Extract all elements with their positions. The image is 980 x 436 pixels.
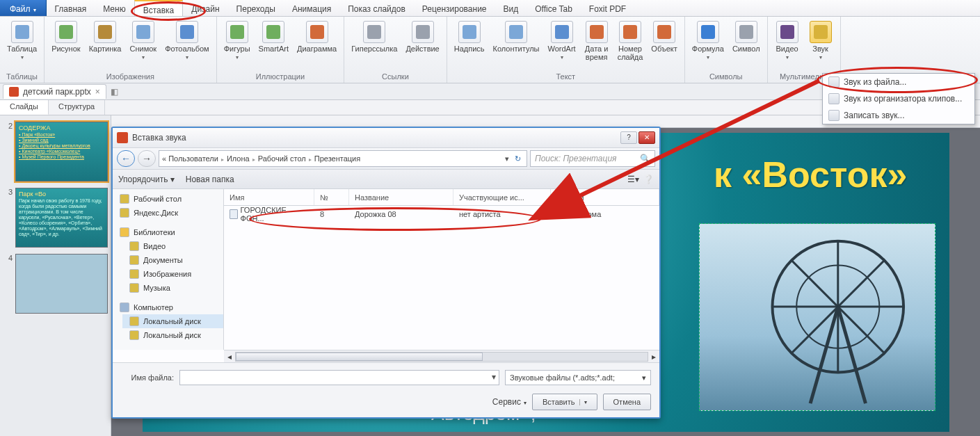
ribbon-photoalbum[interactable]: Фотоальбом▾ bbox=[162, 19, 212, 60]
tab-structure[interactable]: Структура bbox=[49, 100, 105, 115]
menu-tab-вставка[interactable]: Вставка bbox=[134, 0, 184, 16]
ribbon-wordart[interactable]: WordArt▾ bbox=[545, 19, 579, 60]
insert-button[interactable]: Вставить▾ bbox=[532, 394, 597, 410]
sidebar-item-label: Локальный диск bbox=[143, 317, 201, 325]
help-button[interactable]: ? bbox=[620, 131, 637, 144]
col-name[interactable]: Имя bbox=[224, 189, 314, 205]
col-title[interactable]: Название bbox=[349, 189, 453, 205]
menu-item-label: Записать звук... bbox=[844, 111, 904, 120]
ribbon-picture[interactable]: Рисунок bbox=[49, 19, 83, 53]
datetime-icon bbox=[586, 21, 608, 43]
column-headers[interactable]: Имя № Название Участвующие ис... Альбом bbox=[224, 189, 659, 206]
ribbon-textbox[interactable]: Надпись bbox=[451, 19, 488, 53]
chevron-down-icon: ▾ bbox=[561, 54, 563, 60]
computer-icon bbox=[120, 302, 129, 312]
ribbon-table[interactable]: Таблица▾ bbox=[4, 19, 40, 60]
sidebar-item-label: Компьютер bbox=[134, 303, 173, 312]
ribbon-headerfooter[interactable]: Колонтитулы bbox=[490, 19, 543, 53]
sidebar-music[interactable]: Музыка bbox=[122, 281, 223, 295]
ribbon-label: SmartArt bbox=[259, 45, 289, 53]
breadcrumb-segment[interactable]: Рабочий стол bbox=[258, 154, 314, 163]
search-input[interactable]: Поиск: Презентация 🔍 bbox=[530, 150, 655, 167]
menu-tab-показ слайдов[interactable]: Показ слайдов bbox=[339, 0, 414, 16]
menu-tab-меню[interactable]: Меню bbox=[95, 0, 134, 16]
sidebar-localdisk-c[interactable]: Локальный диск bbox=[122, 314, 223, 328]
close-button[interactable]: ✕ bbox=[638, 131, 655, 144]
ribbon-video[interactable]: Видео▾ bbox=[772, 19, 803, 60]
sidebar-videos[interactable]: Видео bbox=[122, 239, 223, 253]
menu-tab-вид[interactable]: Вид bbox=[495, 0, 527, 16]
menu-tab-foxit pdf[interactable]: Foxit PDF bbox=[581, 0, 634, 16]
ribbon-object[interactable]: Объект bbox=[648, 19, 680, 53]
sidebar-computer-header[interactable]: Компьютер bbox=[113, 300, 223, 314]
view-options-icon[interactable]: ☰▾ bbox=[627, 175, 639, 184]
help-icon[interactable]: ❔ bbox=[643, 175, 654, 184]
col-artist[interactable]: Участвующие ис... bbox=[453, 189, 551, 205]
audio-menu-from-file[interactable]: Звук из файла... bbox=[823, 74, 974, 90]
ribbon-symbol[interactable]: Символ bbox=[730, 19, 763, 53]
slide-thumbnail[interactable] bbox=[15, 254, 108, 314]
menu-tab-переходы[interactable]: Переходы bbox=[228, 0, 284, 16]
new-folder-button[interactable]: Новая папка bbox=[186, 175, 234, 184]
filename-input[interactable]: ▾ bbox=[179, 370, 499, 385]
sidebar-libraries-header[interactable]: Библиотеки bbox=[113, 225, 223, 239]
breadcrumb-segment[interactable]: Презентация bbox=[314, 154, 366, 163]
menu-tab-дизайн[interactable]: Дизайн bbox=[183, 0, 227, 16]
ribbon-slidenum[interactable]: Номер слайда bbox=[615, 19, 646, 61]
back-button[interactable]: ← bbox=[117, 150, 135, 167]
ribbon-clipart[interactable]: Картинка bbox=[86, 19, 124, 53]
col-album[interactable]: Альбом bbox=[551, 189, 659, 205]
refresh-icon[interactable]: ↻ bbox=[511, 154, 524, 163]
audio-menu-from-organizer[interactable]: Звук из организатора клипов... bbox=[823, 90, 974, 107]
menu-tab-рецензирование[interactable]: Рецензирование bbox=[414, 0, 495, 16]
breadcrumb-segment[interactable]: Пользователи bbox=[168, 154, 227, 163]
slide-thumbnail[interactable]: СОДЕРЖА• Парк «Восток»• Зимний сад• Двор… bbox=[15, 122, 108, 181]
ribbon-datetime[interactable]: Дата и время bbox=[581, 19, 612, 61]
ribbon-action[interactable]: Действие bbox=[403, 19, 442, 53]
breadcrumb-segment[interactable]: Илона bbox=[227, 154, 258, 163]
svg-line-6 bbox=[791, 259, 837, 306]
sidebar-documents[interactable]: Документы bbox=[122, 253, 223, 267]
sidebar-pictures[interactable]: Изображения bbox=[122, 267, 223, 281]
sidebar-localdisk-d[interactable]: Локальный диск bbox=[122, 328, 223, 342]
file-row[interactable]: ГОРОДСКИЕ ФОН...8Дорожка 08нет артистане… bbox=[224, 206, 659, 223]
document-tab[interactable]: детский парк.pptx × bbox=[3, 84, 106, 99]
chevron-down-icon[interactable]: ▾ bbox=[505, 154, 509, 163]
chart-icon bbox=[306, 21, 328, 43]
forward-button[interactable]: → bbox=[138, 150, 156, 167]
file-name: ГОРОДСКИЕ ФОН... bbox=[241, 206, 309, 223]
ribbon-screenshot[interactable]: Снимок▾ bbox=[127, 19, 159, 60]
ribbon-shapes[interactable]: Фигуры▾ bbox=[221, 19, 253, 60]
menu-tab-анимация[interactable]: Анимация bbox=[284, 0, 339, 16]
ribbon-smartart[interactable]: SmartArt bbox=[256, 19, 291, 53]
audio-menu-record[interactable]: Записать звук... bbox=[823, 107, 974, 124]
menu-tab-office tab[interactable]: Office Tab bbox=[527, 0, 581, 16]
ribbon-audio[interactable]: Звук▾ bbox=[805, 19, 836, 60]
folder-icon bbox=[120, 194, 129, 204]
tab-slides[interactable]: Слайды bbox=[0, 100, 49, 115]
cancel-button[interactable]: Отмена bbox=[603, 394, 651, 410]
address-bar[interactable]: « ПользователиИлонаРабочий столПрезентац… bbox=[159, 150, 527, 167]
sidebar-yadisk[interactable]: Яндекс.Диск bbox=[113, 206, 223, 220]
ribbon-label: Объект bbox=[651, 45, 677, 53]
powerpoint-icon bbox=[117, 132, 128, 143]
file-track-no: 8 bbox=[314, 210, 349, 218]
slide-thumbnail[interactable]: Парк «ВоПарк начал свою работу в 1978 го… bbox=[15, 188, 108, 248]
ribbon-chart[interactable]: Диаграмма bbox=[294, 19, 339, 53]
file-menu[interactable]: Файл bbox=[0, 0, 47, 16]
chevron-down-icon[interactable]: ▾ bbox=[492, 372, 496, 382]
folder-icon bbox=[129, 241, 139, 251]
close-icon[interactable]: × bbox=[95, 87, 100, 97]
menu-tab-главная[interactable]: Главная bbox=[47, 0, 95, 16]
ribbon-hyperlink[interactable]: Гиперссылка bbox=[348, 19, 400, 53]
ribbon-label: Звук bbox=[812, 45, 828, 53]
new-tab-icon[interactable]: ◧ bbox=[111, 87, 118, 97]
chevron-down-icon: ▾ bbox=[786, 54, 789, 60]
filetype-dropdown[interactable]: Звуковые файлы (*.adts;*.adt; ▾ bbox=[505, 370, 651, 385]
service-dropdown[interactable]: Сервис bbox=[492, 397, 527, 407]
ribbon-equation[interactable]: Формула▾ bbox=[689, 19, 727, 60]
col-no[interactable]: № bbox=[314, 189, 349, 205]
horizontal-scrollbar[interactable]: ◂ ▸ bbox=[224, 350, 659, 362]
sidebar-desktop[interactable]: Рабочий стол bbox=[113, 192, 223, 206]
organize-dropdown[interactable]: Упорядочить ▾ bbox=[118, 175, 175, 184]
